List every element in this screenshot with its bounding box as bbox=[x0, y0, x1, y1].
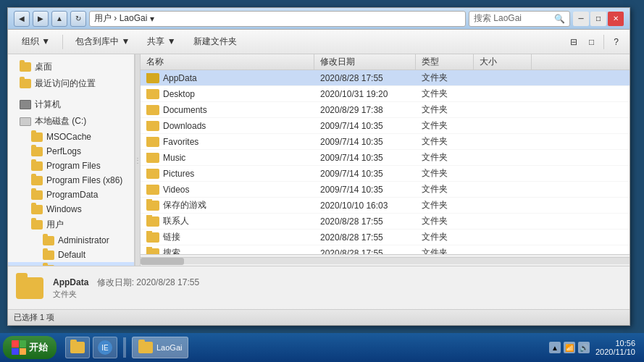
start-button[interactable]: 开始 bbox=[3, 336, 57, 359]
toolbar: 组织 ▼ 包含到库中 ▼ 共享 ▼ 新建文件夹 ⊟ □ ? bbox=[8, 30, 630, 54]
sidebar-item-recent[interactable]: 最近访问的位置 bbox=[8, 75, 134, 92]
file-type-10: 文件夹 bbox=[416, 231, 474, 243]
horizontal-scrollbar[interactable] bbox=[141, 254, 630, 266]
sidebar-item-default[interactable]: Default bbox=[8, 248, 134, 262]
sidebar-item-msocache-label: MSOCache bbox=[46, 132, 91, 142]
file-cell-name-8: 保存的游戏 bbox=[141, 199, 314, 211]
file-type-3: 文件夹 bbox=[416, 119, 474, 132]
taskbar-folder-icon[interactable] bbox=[65, 337, 90, 358]
file-date-9: 2020/8/28 17:55 bbox=[314, 216, 416, 227]
file-date-6: 2009/7/14 10:35 bbox=[314, 169, 416, 179]
file-row-2[interactable]: Documents2020/8/29 17:38文件夹 bbox=[141, 102, 630, 118]
preview-name: AppData 修改日期: 2020/8/28 17:55 bbox=[53, 277, 624, 289]
sidebar-item-program-files-x86[interactable]: Program Files (x86) bbox=[8, 173, 134, 188]
file-name-4: Favorites bbox=[163, 137, 198, 147]
toolbar-separator-2 bbox=[603, 35, 604, 49]
file-type-7: 文件夹 bbox=[416, 183, 474, 195]
up-button[interactable]: ▲ bbox=[51, 11, 67, 27]
file-row-3[interactable]: Downloads2009/7/14 10:35文件夹 bbox=[141, 118, 630, 134]
sidebar-item-desktop[interactable]: 桌面 bbox=[8, 59, 134, 75]
folder-icon-9 bbox=[146, 216, 159, 227]
new-folder-button[interactable]: 新建文件夹 bbox=[185, 33, 245, 51]
include-library-button[interactable]: 包含到库中 ▼ bbox=[67, 33, 138, 51]
file-cell-name-5: Music bbox=[141, 153, 314, 163]
file-row-4[interactable]: Favorites2009/7/14 10:35文件夹 bbox=[141, 134, 630, 150]
organize-button[interactable]: 组织 ▼ bbox=[14, 33, 58, 51]
sidebar-item-program-files[interactable]: Program Files bbox=[8, 159, 134, 173]
file-cell-name-9: 联系人 bbox=[141, 215, 314, 227]
sidebar-item-default-label: Default bbox=[58, 250, 85, 260]
sidebar-item-windows[interactable]: Windows bbox=[8, 202, 134, 216]
file-date-11: 2020/8/28 17:55 bbox=[314, 248, 416, 255]
refresh-button[interactable]: ↻ bbox=[70, 11, 86, 27]
breadcrumb[interactable]: 用户 › LaoGai ▾ bbox=[89, 11, 466, 27]
sidebar-item-program-data[interactable]: ProgramData bbox=[8, 188, 134, 202]
browser-icon: IE bbox=[98, 340, 112, 355]
file-date-0: 2020/8/28 17:55 bbox=[314, 73, 416, 83]
search-placeholder: 搜索 LaoGai bbox=[474, 12, 522, 25]
forward-button[interactable]: ▶ bbox=[33, 11, 49, 27]
sidebar-item-program-files-label: Program Files bbox=[46, 161, 101, 171]
view-button-list[interactable]: ⊟ bbox=[565, 33, 582, 51]
file-row-0[interactable]: AppData2020/8/28 17:55文件夹 bbox=[141, 70, 630, 86]
file-row-5[interactable]: Music2009/7/14 10:35文件夹 bbox=[141, 150, 630, 166]
clock: 10:56 2020/11/10 bbox=[595, 339, 635, 356]
perflogs-icon bbox=[31, 147, 43, 156]
file-row-6[interactable]: Pictures2009/7/14 10:35文件夹 bbox=[141, 166, 630, 182]
col-header-name[interactable]: 名称 bbox=[141, 54, 314, 70]
title-bar-left: ◀ ▶ ▲ ↻ 用户 › LaoGai ▾ 搜索 LaoGai 🔍 bbox=[14, 11, 570, 27]
status-info: AppData 修改日期: 2020/8/28 17:55 文件夹 bbox=[53, 277, 624, 300]
file-cell-name-6: Pictures bbox=[141, 169, 314, 179]
sidebar-item-administrator[interactable]: Administrator bbox=[8, 233, 134, 248]
taskbar-browser-icon[interactable]: IE bbox=[93, 337, 117, 358]
file-name-10: 链接 bbox=[163, 231, 180, 243]
taskbar-window-label: LaoGai bbox=[156, 343, 182, 352]
col-header-date[interactable]: 修改日期 bbox=[314, 54, 416, 70]
back-button[interactable]: ◀ bbox=[14, 11, 30, 27]
sidebar-item-msocache[interactable]: MSOCache bbox=[8, 130, 134, 144]
folder-icon-5 bbox=[146, 153, 159, 163]
view-button-icons[interactable]: □ bbox=[584, 33, 599, 51]
file-row-7[interactable]: Videos2009/7/14 10:35文件夹 bbox=[141, 182, 630, 198]
file-name-6: Pictures bbox=[163, 169, 194, 179]
taskbar-window-item[interactable]: LaoGai bbox=[132, 337, 188, 358]
maximize-button[interactable]: □ bbox=[590, 12, 606, 26]
file-list[interactable]: AppData2020/8/28 17:55文件夹Desktop2020/10/… bbox=[141, 70, 630, 254]
window-controls: ─ □ ✕ bbox=[573, 12, 624, 26]
windows-logo-icon bbox=[12, 340, 26, 355]
file-type-9: 文件夹 bbox=[416, 215, 474, 227]
file-row-11[interactable]: 搜索2020/8/28 17:55文件夹 bbox=[141, 245, 630, 254]
sidebar-item-perflogs[interactable]: PerfLogs bbox=[8, 144, 134, 159]
main-content: 桌面 最近访问的位置 计算机 本地磁盘 (C:) MSOCache Pe bbox=[8, 54, 630, 266]
file-date-1: 2020/10/31 19:20 bbox=[314, 89, 416, 99]
file-row-10[interactable]: 链接2020/8/28 17:55文件夹 bbox=[141, 230, 630, 245]
sidebar-item-computer[interactable]: 计算机 bbox=[8, 96, 134, 113]
file-row-8[interactable]: 保存的游戏2020/10/10 16:03文件夹 bbox=[141, 198, 630, 214]
file-name-11: 搜索 bbox=[163, 247, 180, 254]
title-bar: ◀ ▶ ▲ ↻ 用户 › LaoGai ▾ 搜索 LaoGai 🔍 ─ □ ✕ bbox=[8, 8, 630, 30]
file-type-8: 文件夹 bbox=[416, 199, 474, 211]
sidebar-item-local-disk-c[interactable]: 本地磁盘 (C:) bbox=[8, 113, 134, 130]
file-row-9[interactable]: 联系人2020/8/28 17:55文件夹 bbox=[141, 214, 630, 230]
col-header-size[interactable]: 大小 bbox=[474, 54, 532, 70]
breadcrumb-arrow: ▾ bbox=[150, 14, 154, 24]
col-header-type[interactable]: 类型 bbox=[416, 54, 474, 70]
help-button[interactable]: ? bbox=[609, 33, 624, 51]
file-name-2: Documents bbox=[163, 105, 207, 115]
preview-folder-icon bbox=[16, 277, 43, 299]
share-button[interactable]: 共享 ▼ bbox=[139, 33, 183, 51]
close-button[interactable]: ✕ bbox=[608, 12, 624, 26]
search-bar[interactable]: 搜索 LaoGai 🔍 bbox=[469, 11, 570, 27]
sidebar-item-users[interactable]: 用户 bbox=[8, 216, 134, 233]
sidebar-divider[interactable] bbox=[135, 54, 141, 266]
preview-type: 文件夹 bbox=[53, 289, 624, 300]
file-row-1[interactable]: Desktop2020/10/31 19:20文件夹 bbox=[141, 86, 630, 102]
start-label: 开始 bbox=[29, 341, 48, 354]
file-cell-name-2: Documents bbox=[141, 105, 314, 115]
sidebar-item-recent-label: 最近访问的位置 bbox=[35, 77, 96, 90]
sidebar: 桌面 最近访问的位置 计算机 本地磁盘 (C:) MSOCache Pe bbox=[8, 54, 135, 266]
minimize-button[interactable]: ─ bbox=[573, 12, 589, 26]
administrator-icon bbox=[43, 236, 54, 245]
taskbar-window-folder-icon bbox=[138, 342, 153, 353]
default-icon bbox=[43, 251, 54, 260]
